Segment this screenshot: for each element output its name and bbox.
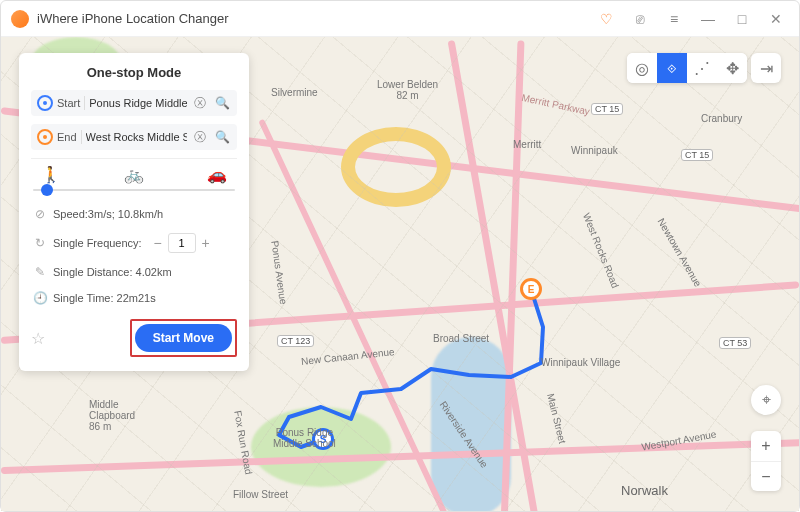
route-shield: CT 15 <box>681 149 713 161</box>
map-label: Lower Belden82 m <box>377 79 438 101</box>
end-location-row: End ⓧ 🔍 <box>31 124 237 150</box>
titlebar: iWhere iPhone Location Changer ♡ ⎚ ≡ — □… <box>1 1 799 37</box>
map-label: Broad Street <box>433 333 489 344</box>
freq-increase-button[interactable]: + <box>196 233 216 253</box>
joystick-mode-icon[interactable]: ✥ <box>717 53 747 83</box>
frequency-row: ↻ Single Frequency: − + <box>31 227 237 259</box>
map-mode-toolbar: ◎ ⟐ ⋰ ✥ ⇥ <box>627 53 781 83</box>
maximize-button[interactable]: □ <box>729 6 755 32</box>
speed-slider[interactable] <box>33 189 235 191</box>
map-label: Merritt <box>513 139 541 150</box>
search-end-icon[interactable]: 🔍 <box>213 128 231 146</box>
map-label: Cranbury <box>701 113 742 124</box>
multi-stop-mode-icon[interactable]: ⋰ <box>687 53 717 83</box>
route-shield: CT 123 <box>277 335 314 347</box>
exit-mode-icon[interactable]: ⇥ <box>751 53 781 83</box>
app-logo-icon <box>11 10 29 28</box>
search-start-icon[interactable]: 🔍 <box>213 94 231 112</box>
start-move-button[interactable]: Start Move <box>135 324 232 352</box>
end-tag: End <box>57 131 77 143</box>
app-window: iWhere iPhone Location Changer ♡ ⎚ ≡ — □… <box>0 0 800 512</box>
teleport-mode-icon[interactable]: ◎ <box>627 53 657 83</box>
favorite-icon[interactable]: ♡ <box>593 6 619 32</box>
one-stop-mode-icon[interactable]: ⟐ <box>657 53 687 83</box>
bike-mode-icon[interactable]: 🚲 <box>120 163 148 185</box>
distance-row: ✎ Single Distance: 4.02km <box>31 259 237 285</box>
map-label: Ponus Ridge Middle School <box>273 427 336 449</box>
frequency-icon: ↻ <box>33 236 47 250</box>
clear-end-icon[interactable]: ⓧ <box>191 128 209 146</box>
zoom-out-button[interactable]: − <box>751 461 781 491</box>
start-pin-icon <box>37 95 53 111</box>
travel-mode-row: 🚶 🚲 🚗 <box>31 158 237 185</box>
end-input[interactable] <box>86 131 187 143</box>
frequency-label: Single Frequency: <box>53 237 142 249</box>
time-icon: 🕘 <box>33 291 47 305</box>
feedback-icon[interactable]: ⎚ <box>627 6 653 32</box>
freq-decrease-button[interactable]: − <box>148 233 168 253</box>
distance-label: Single Distance: 4.02km <box>53 266 172 278</box>
route-shield: CT 15 <box>591 103 623 115</box>
close-button[interactable]: ✕ <box>763 6 789 32</box>
start-input[interactable] <box>89 97 187 109</box>
content-area: S E Silvermine Lower Belden82 m Merritt … <box>1 37 799 511</box>
speed-row: ⊘ Speed:3m/s; 10.8km/h <box>31 201 237 227</box>
clear-start-icon[interactable]: ⓧ <box>191 94 209 112</box>
zoom-controls: + − <box>751 431 781 491</box>
time-row: 🕘 Single Time: 22m21s <box>31 285 237 311</box>
map-label: Silvermine <box>271 87 318 98</box>
end-pin-icon <box>37 129 53 145</box>
panel-title: One-stop Mode <box>31 65 237 80</box>
speed-label: Speed:3m/s; 10.8km/h <box>53 208 163 220</box>
map-label: Middle Clapboard 86 m <box>89 399 135 432</box>
end-marker[interactable]: E <box>520 278 542 300</box>
menu-icon[interactable]: ≡ <box>661 6 687 32</box>
minimize-button[interactable]: — <box>695 6 721 32</box>
route-shield: CT 53 <box>719 337 751 349</box>
distance-icon: ✎ <box>33 265 47 279</box>
start-tag: Start <box>57 97 80 109</box>
route-panel: One-stop Mode Start ⓧ 🔍 End ⓧ 🔍 🚶 🚲 <box>19 53 249 371</box>
map-label: Fillow Street <box>233 489 288 500</box>
zoom-in-button[interactable]: + <box>751 431 781 461</box>
recenter-button[interactable]: ⌖ <box>751 385 781 415</box>
speed-icon: ⊘ <box>33 207 47 221</box>
start-move-highlight: Start Move <box>130 319 237 357</box>
map-label: Winnipauk Village <box>541 357 620 368</box>
speed-slider-thumb[interactable] <box>41 184 53 196</box>
map-label-city: Norwalk <box>621 483 668 498</box>
car-mode-icon[interactable]: 🚗 <box>203 163 231 185</box>
map-label: Winnipauk <box>571 145 618 156</box>
app-title: iWhere iPhone Location Changer <box>37 11 585 26</box>
freq-input[interactable] <box>168 233 196 253</box>
favorite-route-icon[interactable]: ☆ <box>31 329 45 348</box>
time-label: Single Time: 22m21s <box>53 292 156 304</box>
start-location-row: Start ⓧ 🔍 <box>31 90 237 116</box>
walk-mode-icon[interactable]: 🚶 <box>37 163 65 185</box>
